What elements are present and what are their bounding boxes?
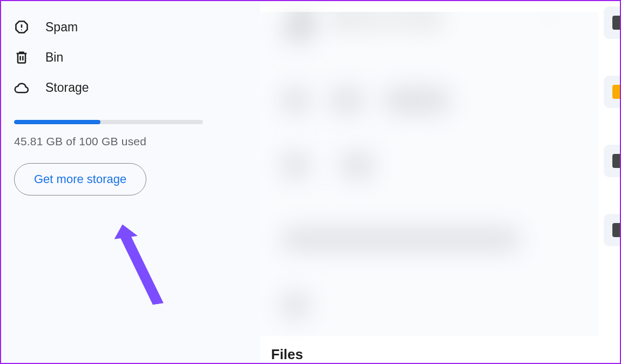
sidebar-item-spam[interactable]: Spam	[1, 12, 260, 42]
sidebar-item-storage[interactable]: Storage	[1, 72, 260, 103]
sidebar-item-label: Storage	[45, 80, 89, 95]
sidebar-item-bin[interactable]: Bin	[1, 42, 260, 72]
chip-icon	[612, 154, 620, 168]
sidebar: Spam Bin Storage	[1, 1, 260, 363]
right-panel-strip	[598, 1, 620, 363]
files-section-heading: Files	[271, 346, 303, 363]
sidebar-item-label: Bin	[45, 50, 63, 65]
storage-section: 45.81 GB of 100 GB used Get more storage	[1, 103, 260, 196]
strip-item[interactable]	[604, 214, 620, 246]
sidebar-item-label: Spam	[45, 20, 78, 35]
get-more-storage-button[interactable]: Get more storage	[14, 163, 146, 196]
strip-item[interactable]	[604, 6, 620, 39]
strip-item[interactable]	[604, 145, 620, 177]
chip-icon	[612, 16, 620, 30]
chip-icon	[612, 223, 620, 237]
storage-progress	[14, 120, 203, 124]
chip-icon	[612, 85, 620, 99]
cloud-icon	[14, 80, 29, 95]
bin-icon	[14, 50, 29, 65]
svg-point-1	[21, 29, 22, 30]
storage-usage-text: 45.81 GB of 100 GB used	[14, 135, 247, 148]
strip-item[interactable]	[604, 76, 620, 108]
spam-icon	[14, 19, 29, 35]
storage-progress-fill	[14, 120, 100, 124]
main-content: Milestore Pristine Files	[260, 1, 598, 363]
blurred-content-area	[260, 12, 598, 336]
